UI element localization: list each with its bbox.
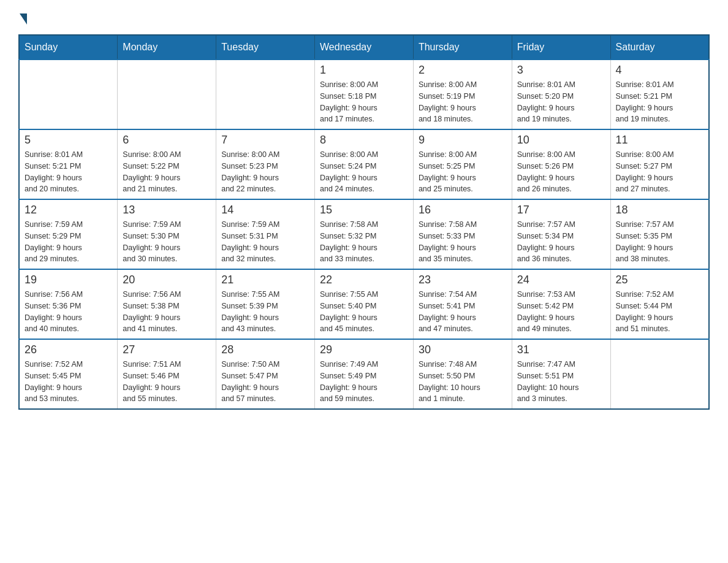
calendar-cell: 5Sunrise: 8:01 AM Sunset: 5:21 PM Daylig… <box>19 129 118 199</box>
day-info: Sunrise: 7:47 AM Sunset: 5:51 PM Dayligh… <box>517 359 605 405</box>
day-info: Sunrise: 8:01 AM Sunset: 5:20 PM Dayligh… <box>517 79 605 125</box>
day-info: Sunrise: 7:59 AM Sunset: 5:30 PM Dayligh… <box>123 219 211 265</box>
day-info: Sunrise: 7:50 AM Sunset: 5:47 PM Dayligh… <box>221 359 309 405</box>
calendar-table: SundayMondayTuesdayWednesdayThursdayFrid… <box>18 34 710 410</box>
calendar-cell: 24Sunrise: 7:53 AM Sunset: 5:42 PM Dayli… <box>512 269 610 339</box>
day-number: 28 <box>221 343 309 356</box>
day-number: 8 <box>320 134 408 147</box>
calendar-cell: 16Sunrise: 7:58 AM Sunset: 5:33 PM Dayli… <box>413 199 512 269</box>
day-info: Sunrise: 7:58 AM Sunset: 5:32 PM Dayligh… <box>320 219 408 265</box>
day-info: Sunrise: 7:59 AM Sunset: 5:31 PM Dayligh… <box>221 219 309 265</box>
calendar-cell <box>118 59 216 129</box>
calendar-cell: 4Sunrise: 8:01 AM Sunset: 5:21 PM Daylig… <box>610 59 709 129</box>
calendar-cell: 22Sunrise: 7:55 AM Sunset: 5:40 PM Dayli… <box>315 269 414 339</box>
calendar-cell: 1Sunrise: 8:00 AM Sunset: 5:18 PM Daylig… <box>315 59 414 129</box>
day-number: 13 <box>123 204 211 216</box>
day-info: Sunrise: 7:53 AM Sunset: 5:42 PM Dayligh… <box>517 289 605 335</box>
calendar-cell: 19Sunrise: 7:56 AM Sunset: 5:36 PM Dayli… <box>19 269 118 339</box>
calendar-cell: 11Sunrise: 8:00 AM Sunset: 5:27 PM Dayli… <box>610 129 709 199</box>
day-number: 22 <box>320 274 408 286</box>
day-info: Sunrise: 7:51 AM Sunset: 5:46 PM Dayligh… <box>123 359 211 405</box>
calendar-cell: 18Sunrise: 7:57 AM Sunset: 5:35 PM Dayli… <box>610 199 709 269</box>
day-info: Sunrise: 7:52 AM Sunset: 5:44 PM Dayligh… <box>616 289 703 335</box>
weekday-header-row: SundayMondayTuesdayWednesdayThursdayFrid… <box>19 35 709 59</box>
day-number: 12 <box>25 204 112 216</box>
logo <box>18 12 27 22</box>
day-info: Sunrise: 7:59 AM Sunset: 5:29 PM Dayligh… <box>25 219 112 265</box>
day-info: Sunrise: 7:56 AM Sunset: 5:38 PM Dayligh… <box>123 289 211 335</box>
day-number: 4 <box>616 64 703 77</box>
day-number: 18 <box>616 204 703 216</box>
day-number: 16 <box>419 204 507 216</box>
calendar-cell: 3Sunrise: 8:01 AM Sunset: 5:20 PM Daylig… <box>512 59 610 129</box>
calendar-cell: 20Sunrise: 7:56 AM Sunset: 5:38 PM Dayli… <box>118 269 216 339</box>
day-number: 11 <box>616 134 703 147</box>
weekday-header-saturday: Saturday <box>610 35 709 59</box>
calendar-cell: 31Sunrise: 7:47 AM Sunset: 5:51 PM Dayli… <box>512 339 610 409</box>
calendar-cell: 25Sunrise: 7:52 AM Sunset: 5:44 PM Dayli… <box>610 269 709 339</box>
day-number: 1 <box>320 64 408 77</box>
calendar-cell: 23Sunrise: 7:54 AM Sunset: 5:41 PM Dayli… <box>413 269 512 339</box>
calendar-cell: 12Sunrise: 7:59 AM Sunset: 5:29 PM Dayli… <box>19 199 118 269</box>
day-info: Sunrise: 7:49 AM Sunset: 5:49 PM Dayligh… <box>320 359 408 405</box>
day-number: 3 <box>517 64 605 77</box>
day-number: 20 <box>123 274 211 286</box>
day-number: 25 <box>616 274 703 286</box>
calendar-cell: 15Sunrise: 7:58 AM Sunset: 5:32 PM Dayli… <box>315 199 414 269</box>
day-number: 7 <box>221 134 309 147</box>
weekday-header-tuesday: Tuesday <box>216 35 315 59</box>
weekday-header-monday: Monday <box>118 35 216 59</box>
day-info: Sunrise: 8:00 AM Sunset: 5:26 PM Dayligh… <box>517 149 605 195</box>
day-info: Sunrise: 8:00 AM Sunset: 5:19 PM Dayligh… <box>419 79 507 125</box>
calendar-week-2: 5Sunrise: 8:01 AM Sunset: 5:21 PM Daylig… <box>19 129 709 199</box>
day-info: Sunrise: 8:00 AM Sunset: 5:24 PM Dayligh… <box>320 149 408 195</box>
day-number: 15 <box>320 204 408 216</box>
day-number: 17 <box>517 204 605 216</box>
calendar-cell: 14Sunrise: 7:59 AM Sunset: 5:31 PM Dayli… <box>216 199 315 269</box>
calendar-week-4: 19Sunrise: 7:56 AM Sunset: 5:36 PM Dayli… <box>19 269 709 339</box>
calendar-week-1: 1Sunrise: 8:00 AM Sunset: 5:18 PM Daylig… <box>19 59 709 129</box>
calendar-cell: 30Sunrise: 7:48 AM Sunset: 5:50 PM Dayli… <box>413 339 512 409</box>
calendar-cell: 17Sunrise: 7:57 AM Sunset: 5:34 PM Dayli… <box>512 199 610 269</box>
day-number: 31 <box>517 343 605 356</box>
day-info: Sunrise: 8:00 AM Sunset: 5:22 PM Dayligh… <box>123 149 211 195</box>
day-number: 19 <box>25 274 112 286</box>
day-number: 21 <box>221 274 309 286</box>
calendar-cell: 29Sunrise: 7:49 AM Sunset: 5:49 PM Dayli… <box>315 339 414 409</box>
day-number: 29 <box>320 343 408 356</box>
day-number: 2 <box>419 64 507 77</box>
day-info: Sunrise: 7:57 AM Sunset: 5:34 PM Dayligh… <box>517 219 605 265</box>
calendar-cell: 27Sunrise: 7:51 AM Sunset: 5:46 PM Dayli… <box>118 339 216 409</box>
day-number: 5 <box>25 134 112 147</box>
calendar-cell: 2Sunrise: 8:00 AM Sunset: 5:19 PM Daylig… <box>413 59 512 129</box>
calendar-cell <box>19 59 118 129</box>
calendar-cell: 28Sunrise: 7:50 AM Sunset: 5:47 PM Dayli… <box>216 339 315 409</box>
day-info: Sunrise: 8:01 AM Sunset: 5:21 PM Dayligh… <box>25 149 112 195</box>
day-number: 27 <box>123 343 211 356</box>
day-info: Sunrise: 8:00 AM Sunset: 5:23 PM Dayligh… <box>221 149 309 195</box>
day-number: 26 <box>25 343 112 356</box>
day-number: 6 <box>123 134 211 147</box>
day-info: Sunrise: 8:01 AM Sunset: 5:21 PM Dayligh… <box>616 79 703 125</box>
day-info: Sunrise: 7:54 AM Sunset: 5:41 PM Dayligh… <box>419 289 507 335</box>
day-info: Sunrise: 8:00 AM Sunset: 5:27 PM Dayligh… <box>616 149 703 195</box>
day-info: Sunrise: 7:57 AM Sunset: 5:35 PM Dayligh… <box>616 219 703 265</box>
calendar-cell: 8Sunrise: 8:00 AM Sunset: 5:24 PM Daylig… <box>315 129 414 199</box>
page-header <box>18 12 710 22</box>
day-info: Sunrise: 8:00 AM Sunset: 5:18 PM Dayligh… <box>320 79 408 125</box>
day-info: Sunrise: 7:56 AM Sunset: 5:36 PM Dayligh… <box>25 289 112 335</box>
calendar-cell: 13Sunrise: 7:59 AM Sunset: 5:30 PM Dayli… <box>118 199 216 269</box>
day-number: 10 <box>517 134 605 147</box>
day-number: 30 <box>419 343 507 356</box>
weekday-header-wednesday: Wednesday <box>315 35 414 59</box>
day-info: Sunrise: 7:55 AM Sunset: 5:39 PM Dayligh… <box>221 289 309 335</box>
day-number: 23 <box>419 274 507 286</box>
calendar-week-5: 26Sunrise: 7:52 AM Sunset: 5:45 PM Dayli… <box>19 339 709 409</box>
weekday-header-thursday: Thursday <box>413 35 512 59</box>
calendar-cell <box>216 59 315 129</box>
calendar-cell: 10Sunrise: 8:00 AM Sunset: 5:26 PM Dayli… <box>512 129 610 199</box>
calendar-cell: 9Sunrise: 8:00 AM Sunset: 5:25 PM Daylig… <box>413 129 512 199</box>
calendar-cell <box>610 339 709 409</box>
calendar-cell: 21Sunrise: 7:55 AM Sunset: 5:39 PM Dayli… <box>216 269 315 339</box>
day-number: 24 <box>517 274 605 286</box>
